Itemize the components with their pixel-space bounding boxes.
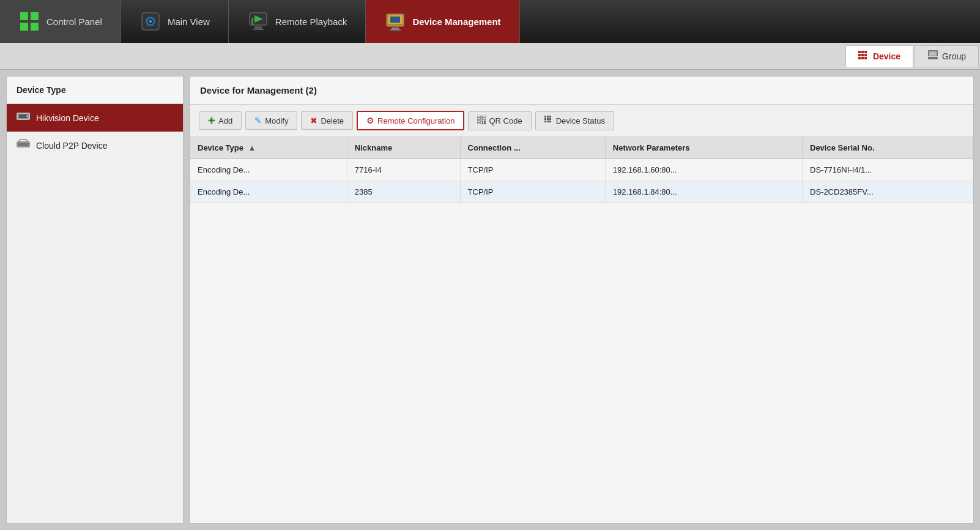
cell-connection-2: TCP/IP xyxy=(460,181,605,203)
cell-connection-1: TCP/IP xyxy=(460,159,605,181)
tab-group-label: Group xyxy=(942,51,966,61)
right-panel: Device for Management (2) ✚ Add ✎ Modify… xyxy=(190,76,974,524)
svg-rect-43 xyxy=(482,122,483,124)
svg-rect-31 xyxy=(19,114,28,118)
sidebar-item-hikvision-label: Hikvision Device xyxy=(36,113,99,123)
tab-group[interactable]: Group xyxy=(915,45,979,67)
svg-rect-3 xyxy=(31,23,39,31)
table-row[interactable]: Encoding De... 7716-I4 TCP/IP 192.168.1.… xyxy=(190,159,973,181)
cloud-p2p-icon xyxy=(17,139,30,152)
svg-rect-22 xyxy=(864,54,867,56)
device-tab-icon xyxy=(858,51,869,62)
svg-rect-52 xyxy=(547,121,549,122)
nav-remote-playback-label: Remote Playback xyxy=(275,17,347,27)
control-panel-icon xyxy=(18,10,40,32)
svg-rect-10 xyxy=(253,29,264,30)
sidebar-item-cloud-p2p-label: Clould P2P Device xyxy=(36,141,107,151)
svg-rect-47 xyxy=(549,116,551,118)
svg-rect-27 xyxy=(929,51,937,56)
svg-rect-17 xyxy=(858,51,861,53)
cell-network-params-1: 192.168.1.60:80... xyxy=(605,159,802,181)
table-header-row: Device Type ▲ Nickname Connection ... Ne… xyxy=(190,137,973,159)
device-table-container: Device Type ▲ Nickname Connection ... Ne… xyxy=(190,137,973,523)
sidebar-item-hikvision[interactable]: Hikvision Device xyxy=(7,104,183,132)
svg-rect-44 xyxy=(484,122,486,124)
modify-label: Modify xyxy=(265,116,288,125)
hikvision-device-icon xyxy=(17,111,30,124)
nav-main-view[interactable]: Main View xyxy=(121,0,229,43)
delete-icon: ✖ xyxy=(310,116,317,125)
group-tab-icon xyxy=(927,50,938,62)
tab-device-label: Device xyxy=(873,51,900,61)
svg-rect-0 xyxy=(20,12,28,20)
qr-code-label: QR Code xyxy=(489,116,522,125)
qr-code-icon xyxy=(477,116,486,126)
qr-code-button[interactable]: QR Code xyxy=(468,111,531,130)
add-icon: ✚ xyxy=(208,116,215,125)
top-navigation: Control Panel Main View Remote Playback xyxy=(0,0,980,43)
tab-device[interactable]: Device xyxy=(845,45,913,67)
cell-network-params-2: 192.168.1.84:80... xyxy=(605,181,802,203)
svg-rect-34 xyxy=(18,143,29,146)
svg-rect-28 xyxy=(928,57,938,59)
nav-main-view-label: Main View xyxy=(168,17,210,27)
nav-device-management-label: Device Management xyxy=(412,17,500,27)
table-row[interactable]: Encoding De... 2385 TCP/IP 192.168.1.84:… xyxy=(190,181,973,203)
main-content: Device Type Hikvision Device C xyxy=(0,70,980,530)
toolbar: ✚ Add ✎ Modify ✖ Delete ⚙ Remote Configu… xyxy=(190,105,973,137)
svg-rect-50 xyxy=(549,118,551,120)
svg-rect-1 xyxy=(31,12,39,20)
svg-rect-19 xyxy=(864,51,867,53)
svg-rect-46 xyxy=(547,116,549,118)
svg-rect-51 xyxy=(544,121,546,122)
svg-rect-16 xyxy=(390,29,401,31)
nav-remote-playback[interactable]: Remote Playback xyxy=(229,0,366,43)
sidebar-item-cloud-p2p[interactable]: Clould P2P Device xyxy=(7,132,183,159)
col-device-type[interactable]: Device Type ▲ xyxy=(190,137,347,159)
sidebar-header: Device Type xyxy=(7,77,183,104)
main-view-icon xyxy=(139,10,161,32)
panel-title: Device for Management (2) xyxy=(190,77,973,105)
nav-control-panel[interactable]: Control Panel xyxy=(0,0,121,43)
col-serial-no[interactable]: Device Serial No. xyxy=(803,137,973,159)
col-network-params[interactable]: Network Parameters xyxy=(605,137,802,159)
svg-rect-53 xyxy=(549,121,551,122)
device-table: Device Type ▲ Nickname Connection ... Ne… xyxy=(190,137,973,203)
modify-button[interactable]: ✎ Modify xyxy=(245,111,297,130)
svg-rect-24 xyxy=(861,57,864,59)
svg-rect-25 xyxy=(864,57,867,59)
col-nickname[interactable]: Nickname xyxy=(347,137,460,159)
nav-device-management[interactable]: Device Management xyxy=(366,0,519,43)
delete-label: Delete xyxy=(321,116,344,125)
delete-button[interactable]: ✖ Delete xyxy=(301,111,353,130)
svg-point-32 xyxy=(26,115,29,118)
cell-device-type-2: Encoding De... xyxy=(190,181,347,203)
svg-rect-48 xyxy=(544,118,546,120)
device-management-icon xyxy=(384,10,406,32)
svg-rect-2 xyxy=(20,23,28,31)
remote-playback-icon xyxy=(247,10,269,32)
svg-rect-21 xyxy=(861,54,864,56)
sort-arrow-icon: ▲ xyxy=(248,143,256,152)
cell-nickname-2: 2385 xyxy=(347,181,460,203)
device-status-label: Device Status xyxy=(556,116,605,125)
device-status-button[interactable]: Device Status xyxy=(535,111,614,130)
svg-rect-49 xyxy=(547,118,549,120)
svg-rect-41 xyxy=(482,121,483,122)
sidebar: Device Type Hikvision Device C xyxy=(6,76,184,524)
remote-configuration-button[interactable]: ⚙ Remote Configuration xyxy=(357,111,464,130)
svg-rect-18 xyxy=(861,51,864,53)
col-connection[interactable]: Connection ... xyxy=(460,137,605,159)
svg-rect-15 xyxy=(392,28,399,29)
svg-rect-20 xyxy=(858,54,861,56)
svg-rect-38 xyxy=(483,117,484,118)
cell-serial-no-1: DS-7716NI-I4/1... xyxy=(803,159,973,181)
cell-device-type-1: Encoding De... xyxy=(190,159,347,181)
svg-rect-36 xyxy=(478,117,480,118)
cell-serial-no-2: DS-2CD2385FV... xyxy=(803,181,973,203)
tab-bar: Device Group xyxy=(0,43,980,70)
add-button[interactable]: ✚ Add xyxy=(199,111,242,130)
device-status-icon xyxy=(544,116,553,126)
svg-rect-23 xyxy=(858,57,861,59)
svg-rect-42 xyxy=(484,121,486,122)
